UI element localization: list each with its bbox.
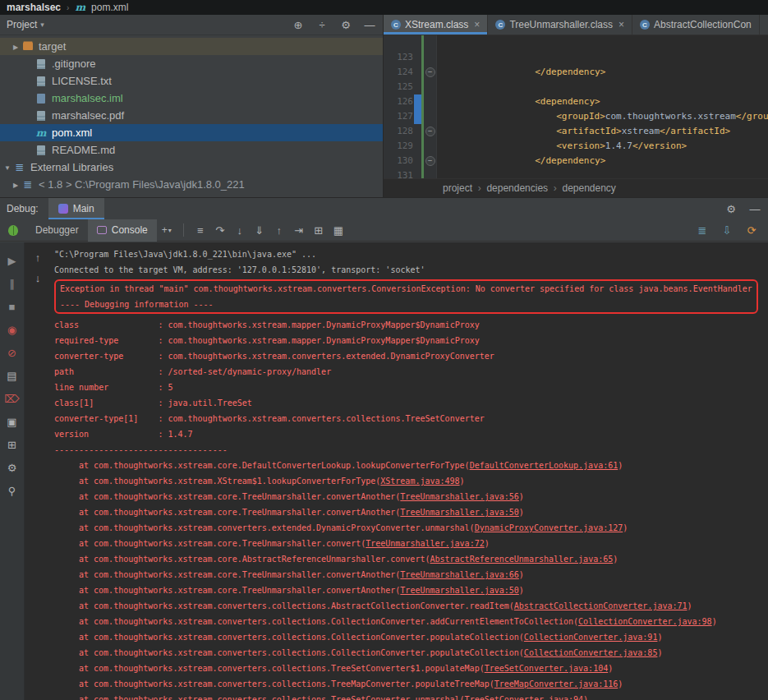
up-stack-trace-icon[interactable]: ↑ bbox=[30, 251, 45, 264]
code-line[interactable]: </dependency> bbox=[384, 35, 768, 50]
restore-layout-icon[interactable]: ⊞ bbox=[5, 438, 20, 452]
file-icon bbox=[34, 75, 48, 88]
fold-marker-icon[interactable] bbox=[424, 109, 437, 124]
console-output[interactable]: "C:\Program Files\Java\jdk1.8.0_221\bin\… bbox=[51, 242, 768, 700]
editor-tab[interactable]: AbstractCollectionCon × bbox=[632, 15, 760, 35]
force-step-into-icon[interactable]: ⇓ bbox=[250, 222, 269, 238]
breadcrumb-item[interactable]: dependency bbox=[548, 182, 616, 194]
down-stack-trace-icon[interactable]: ↓ bbox=[30, 271, 45, 284]
file-breadcrumb[interactable]: pom.xml bbox=[91, 2, 128, 13]
fold-marker-icon[interactable] bbox=[424, 65, 437, 80]
view-options-icon[interactable]: ≡ bbox=[191, 222, 210, 238]
tree-item[interactable]: < 1.8 > C:\Program Files\Java\jdk1.8.0_2… bbox=[0, 176, 383, 193]
pin-tab-icon[interactable]: ⚲ bbox=[5, 484, 20, 498]
view-breakpoints-icon[interactable]: ◉ bbox=[5, 323, 20, 337]
step-over-icon[interactable]: ↷ bbox=[210, 222, 230, 238]
editor-tab[interactable]: XStream.class × bbox=[384, 15, 488, 35]
scroll-to-end-icon[interactable]: ⇩ bbox=[717, 222, 737, 238]
stack-trace-text: at com.thoughtworks.xstream.converters.c… bbox=[79, 695, 465, 700]
expand-arrow-icon[interactable] bbox=[10, 43, 21, 51]
view-layout-icon[interactable]: ⊞ bbox=[309, 222, 329, 238]
tree-item[interactable]: README.md bbox=[0, 141, 383, 159]
chevron-down-icon[interactable]: ▾ bbox=[40, 21, 44, 29]
stack-trace-link[interactable]: CollectionConverter.java:98 bbox=[578, 617, 712, 626]
stack-trace-text: at com.thoughtworks.xstream.XStream$1.lo… bbox=[79, 477, 380, 486]
code-line[interactable]: 131 <groupId>com.fasterxml.jackson.core<… bbox=[384, 168, 768, 178]
step-into-icon[interactable]: ↓ bbox=[230, 222, 250, 238]
tree-item[interactable]: marshalsec.pdf bbox=[0, 107, 383, 124]
breadcrumb-item[interactable]: dependencies bbox=[472, 182, 548, 194]
stack-trace-link[interactable]: TreeUnmarshaller.java:72 bbox=[366, 539, 485, 548]
rerun-icon[interactable]: ⟳ bbox=[742, 222, 761, 238]
stack-trace-link[interactable]: DefaultConverterLookup.java:61 bbox=[470, 461, 619, 470]
folder-icon bbox=[21, 40, 34, 53]
add-tab-icon[interactable]: + bbox=[162, 224, 168, 236]
clear-console-icon[interactable]: ⌦ bbox=[5, 392, 20, 406]
run-to-cursor-icon[interactable]: ⇥ bbox=[289, 222, 309, 238]
locate-file-icon[interactable]: ⊕ bbox=[292, 19, 305, 31]
stack-trace-link[interactable]: TreeMapConverter.java:116 bbox=[494, 679, 619, 688]
fold-marker-icon[interactable] bbox=[424, 154, 437, 168]
stack-trace-link[interactable]: AbstractCollectionConverter.java:71 bbox=[514, 601, 688, 610]
fold-marker-icon[interactable] bbox=[424, 50, 437, 65]
soft-wrap-icon[interactable]: ≣ bbox=[692, 222, 712, 238]
code-line[interactable]: 125 <groupId>com.thoughtworks.xstream</g… bbox=[384, 80, 768, 94]
stack-trace-text: ) bbox=[657, 633, 662, 642]
editor-tab-bar: XStream.class × TreeUnmarshaller.class ×… bbox=[384, 15, 768, 35]
stack-trace-link[interactable]: CollectionConverter.java:85 bbox=[524, 648, 658, 657]
tree-item[interactable]: pom.xml bbox=[0, 124, 383, 141]
print-icon[interactable]: ▤ bbox=[5, 369, 20, 383]
project-panel-title[interactable]: Project bbox=[7, 19, 37, 30]
code-line[interactable]: 126 <artifactId>xstream</artifactId> bbox=[384, 94, 768, 109]
expand-arrow-icon[interactable] bbox=[2, 163, 13, 172]
fold-marker-icon[interactable] bbox=[424, 35, 437, 50]
chevron-down-icon[interactable]: ▾ bbox=[168, 227, 172, 234]
code-line[interactable]: 124 <dependency> bbox=[384, 65, 768, 80]
hide-panel-icon[interactable]: ― bbox=[748, 203, 761, 215]
tree-item[interactable]: target bbox=[0, 38, 383, 55]
close-tab-icon[interactable]: × bbox=[474, 19, 480, 30]
tree-item[interactable]: LICENSE.txt bbox=[0, 72, 383, 90]
tree-item[interactable]: External Libraries bbox=[0, 159, 383, 176]
editor-tab[interactable]: TreeUnmarshaller.class × bbox=[488, 15, 632, 35]
settings-gear-icon[interactable]: ⚙ bbox=[5, 461, 20, 475]
stack-trace-link[interactable]: TreeUnmarshaller.java:56 bbox=[400, 492, 519, 501]
pause-program-icon[interactable]: ∥ bbox=[5, 277, 20, 291]
stack-trace-link[interactable]: CollectionConverter.java:91 bbox=[524, 633, 658, 642]
fold-marker-icon[interactable] bbox=[424, 139, 437, 154]
collapse-all-icon[interactable]: ÷ bbox=[315, 19, 329, 31]
stack-trace-link[interactable]: XStream.java:498 bbox=[380, 477, 459, 486]
stop-program-icon[interactable]: ■ bbox=[5, 300, 20, 314]
mute-breakpoints-icon[interactable]: ⊘ bbox=[5, 346, 20, 360]
tree-item[interactable]: marshalsec.iml bbox=[0, 90, 383, 107]
breadcrumb-item[interactable]: project bbox=[443, 182, 472, 194]
debug-session-tab[interactable]: Main bbox=[48, 198, 104, 219]
project-breadcrumb[interactable]: marshalsec bbox=[7, 2, 61, 13]
stack-trace-link[interactable]: TreeUnmarshaller.java:50 bbox=[400, 508, 519, 517]
code-line[interactable]: 130 <dependency> bbox=[384, 154, 768, 168]
close-tab-icon[interactable]: × bbox=[619, 19, 624, 30]
step-out-icon[interactable]: ↑ bbox=[269, 222, 289, 238]
stack-trace-link[interactable]: TreeUnmarshaller.java:66 bbox=[400, 570, 519, 579]
stack-trace-link[interactable]: TreeSetConverter.java:94 bbox=[465, 695, 584, 700]
stack-trace-link[interactable]: DynamicProxyConverter.java:127 bbox=[475, 523, 623, 532]
code-editor[interactable]: </dependency> 123 124 bbox=[384, 35, 768, 178]
code-line[interactable]: 123 bbox=[384, 50, 768, 65]
fold-marker-icon[interactable] bbox=[424, 80, 437, 94]
thread-dump-icon[interactable]: ▣ bbox=[5, 415, 20, 429]
fold-marker-icon[interactable] bbox=[424, 168, 437, 178]
stack-trace-link[interactable]: TreeSetConverter.java:104 bbox=[485, 664, 609, 673]
stack-trace-link[interactable]: AbstractReferenceUnmarshaller.java:65 bbox=[430, 555, 613, 564]
tree-item[interactable]: .gitignore bbox=[0, 55, 383, 72]
resume-program-icon[interactable]: ▶ bbox=[5, 254, 20, 268]
fold-marker-icon[interactable] bbox=[424, 124, 437, 139]
stack-trace-link[interactable]: TreeUnmarshaller.java:50 bbox=[400, 586, 519, 595]
evaluate-expression-icon[interactable]: ▦ bbox=[329, 222, 348, 238]
settings-gear-icon[interactable]: ⚙ bbox=[724, 203, 738, 215]
hide-panel-icon[interactable]: ― bbox=[363, 19, 376, 31]
fold-marker-icon[interactable] bbox=[424, 94, 437, 109]
expand-arrow-icon[interactable] bbox=[10, 181, 21, 189]
debug-view-tab[interactable]: Console bbox=[88, 219, 157, 242]
settings-gear-icon[interactable]: ⚙ bbox=[339, 19, 352, 31]
debug-view-tab[interactable]: Debugger bbox=[26, 219, 88, 242]
